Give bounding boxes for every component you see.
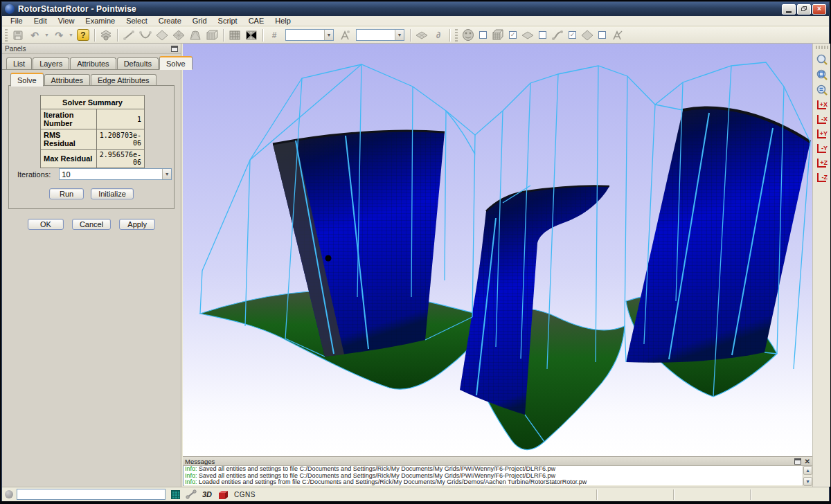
axis-icon: +Y <box>817 129 826 138</box>
undo-button[interactable]: ↶ <box>27 28 42 42</box>
minimize-button[interactable] <box>782 4 796 15</box>
menu-grid[interactable]: Grid <box>187 16 213 26</box>
dimension-combobox[interactable]: ▼ <box>285 29 334 41</box>
tab-layers[interactable]: Layers <box>33 57 69 69</box>
derivative-button[interactable]: ∂ <box>431 28 446 42</box>
close-button[interactable]: × <box>812 4 826 15</box>
iterations-input[interactable] <box>60 169 162 179</box>
view-minus-z-button[interactable]: -Z <box>814 170 830 184</box>
spacing-button[interactable] <box>337 28 352 42</box>
minimize-icon <box>786 11 792 13</box>
point-marker[interactable] <box>325 255 332 262</box>
mask-database-button[interactable] <box>461 28 476 42</box>
messages-close-icon[interactable]: ✕ <box>805 458 810 465</box>
menu-cae[interactable]: CAE <box>243 16 270 26</box>
save-button[interactable] <box>10 28 26 42</box>
solve-panel-button[interactable] <box>414 28 429 42</box>
menu-create[interactable]: Create <box>153 16 187 26</box>
view-minus-y-button[interactable]: -Y <box>814 141 830 155</box>
create-connector-button[interactable] <box>138 28 153 42</box>
dimension-input[interactable] <box>286 30 324 40</box>
layer-assign-button[interactable] <box>98 28 114 42</box>
spacing-input[interactable] <box>357 30 395 40</box>
toolbar-separator <box>449 29 450 42</box>
create-meshed-domain-button[interactable] <box>171 28 186 42</box>
initialize-button[interactable]: Initialize <box>91 188 134 199</box>
view-toolbar-handle[interactable] <box>816 46 828 49</box>
help-button[interactable]: ? <box>75 28 91 42</box>
scroll-up-icon[interactable]: ▲ <box>803 466 812 475</box>
spacing-combo-arrow[interactable]: ▼ <box>395 30 404 40</box>
toolbar-handle[interactable] <box>5 29 8 42</box>
mask-connector-checkbox[interactable]: ✓ <box>569 31 576 39</box>
solver-summary-title: Solver Summary <box>41 96 145 109</box>
menu-file[interactable]: File <box>5 16 28 26</box>
tab-attributes[interactable]: Attributes <box>70 57 116 69</box>
check-icon: ✓ <box>510 32 516 38</box>
float-panel-icon[interactable] <box>171 46 178 52</box>
create-domain-button[interactable] <box>154 28 170 42</box>
redo-button[interactable]: ↷ <box>51 28 66 42</box>
tab-defaults[interactable]: Defaults <box>117 57 159 69</box>
create-2pt-connector-button[interactable] <box>121 28 136 42</box>
menu-examine[interactable]: Examine <box>80 16 120 26</box>
status-entry-field[interactable] <box>17 489 166 500</box>
mask-point-button[interactable] <box>580 28 595 42</box>
mode-3d-indicator: 3D <box>202 490 212 498</box>
zoom-button[interactable] <box>814 52 830 66</box>
menu-select[interactable]: Select <box>120 16 153 26</box>
mask-block-button[interactable] <box>490 28 506 42</box>
create-block-button[interactable] <box>204 28 220 42</box>
view-plus-x-button[interactable]: +X <box>814 98 830 111</box>
tab-list[interactable]: List <box>6 57 32 69</box>
mask-domain-checkbox[interactable] <box>539 31 546 39</box>
mask-spacing-button[interactable] <box>609 28 625 42</box>
subtab-edge-attributes[interactable]: Edge Attributes <box>91 74 157 86</box>
view-minus-x-button[interactable]: -X <box>814 112 830 126</box>
zoom-extents-button[interactable] <box>814 67 830 82</box>
mask-domain-button[interactable] <box>520 28 535 42</box>
cancel-button[interactable]: Cancel <box>72 219 111 230</box>
apply-button[interactable]: Apply <box>119 219 155 230</box>
close-icon: × <box>817 6 821 12</box>
menu-edit[interactable]: Edit <box>28 16 53 26</box>
dimension-button[interactable]: # <box>267 28 282 42</box>
view-plus-y-button[interactable]: +Y <box>814 127 830 141</box>
iterations-combo-arrow[interactable]: ▼ <box>162 169 171 179</box>
spacing-combobox[interactable]: ▼ <box>356 29 404 41</box>
zoom-extents-icon <box>816 69 828 81</box>
mask-database-checkbox[interactable] <box>479 31 487 39</box>
mask-block-checkbox[interactable]: ✓ <box>509 31 517 39</box>
messages-float-icon[interactable] <box>794 458 801 465</box>
summary-row-label: RMS Residual <box>41 129 97 150</box>
toolbar-handle[interactable] <box>455 29 458 42</box>
menu-help[interactable]: Help <box>269 16 296 26</box>
zoom-reset-button[interactable] <box>814 82 830 97</box>
undo-dropdown[interactable]: ▼ <box>44 28 50 42</box>
iterations-combobox[interactable]: ▼ <box>59 168 172 180</box>
subtab-attributes[interactable]: Attributes <box>44 74 90 86</box>
toolbar-separator <box>262 29 263 42</box>
extrude-button[interactable] <box>188 28 203 42</box>
mask-point-checkbox[interactable] <box>598 31 606 39</box>
run-button[interactable]: Run <box>49 188 84 199</box>
unstructured-grid-icon <box>245 30 258 41</box>
scroll-down-icon[interactable]: ▼ <box>803 477 812 486</box>
spacing-arrow-icon <box>611 30 623 41</box>
tab-solve[interactable]: Solve <box>159 56 193 70</box>
redo-dropdown[interactable]: ▼ <box>68 28 74 42</box>
viewport-3d[interactable] <box>183 44 812 456</box>
axis-icon: -Y <box>817 144 826 153</box>
ok-button[interactable]: OK <box>28 219 64 230</box>
dimension-combo-arrow[interactable]: ▼ <box>324 30 333 40</box>
subtab-solve[interactable]: Solve <box>10 73 44 87</box>
mask-connector-button[interactable] <box>550 28 565 42</box>
structured-grid-button[interactable] <box>227 28 242 42</box>
menu-script[interactable]: Script <box>213 16 243 26</box>
titlebar[interactable]: RotorStatorRotor - Pointwise × <box>2 2 829 16</box>
restore-button[interactable] <box>797 4 811 15</box>
unstructured-grid-button[interactable] <box>244 28 259 42</box>
menu-view[interactable]: View <box>53 16 80 26</box>
messages-scrollbar[interactable]: ▲ ▼ <box>803 466 812 486</box>
view-plus-z-button[interactable]: +Z <box>814 156 830 170</box>
